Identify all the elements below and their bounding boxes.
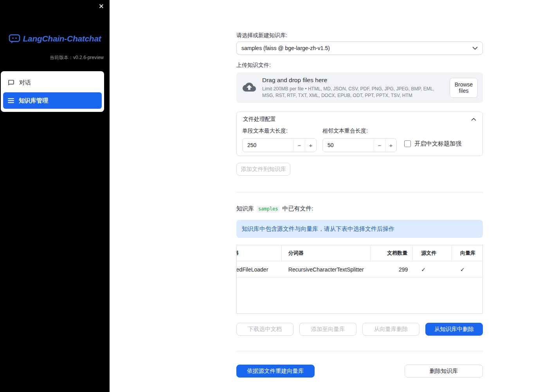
expander-header[interactable]: 文件处理配置 — [237, 112, 482, 127]
cell-source-check: ✓ — [413, 261, 452, 277]
close-icon[interactable]: ✕ — [99, 3, 104, 10]
existing-suffix: 中已有文件: — [283, 205, 313, 212]
col-header-loader: 文档加载器 — [237, 245, 282, 261]
sidebar: ✕ LangChain-Chatchat 当前版本：v0.2.6-preview… — [0, 0, 110, 392]
cell-splitter: RecursiveCharacterTextSplitter — [282, 261, 371, 277]
max-length-stepper: − + — [242, 138, 317, 152]
file-dropzone[interactable]: Drag and drop files here Limit 200MB per… — [236, 72, 483, 103]
cell-loader: UnstructuredFileLoader — [237, 261, 282, 277]
overlap-stepper: − + — [322, 138, 397, 152]
browse-files-button[interactable]: Browse files — [450, 78, 478, 98]
cell-vector-check: ✓ — [452, 261, 482, 277]
max-length-label: 单段文本最大长度: — [242, 128, 317, 135]
plus-button[interactable]: + — [305, 138, 316, 152]
kb-name-code: samples — [257, 205, 280, 212]
chat-logo-icon — [9, 34, 20, 44]
delete-from-kb-button[interactable]: 从知识库中删除 — [425, 323, 483, 336]
app-logo: LangChain-Chatchat — [4, 34, 106, 44]
add-files-button[interactable]: 添加文件到知识库 — [236, 163, 290, 176]
cloud-upload-icon — [243, 83, 256, 93]
dropzone-text: Drag and drop files here Limit 200MB per… — [262, 77, 445, 98]
existing-files-heading: 知识库 samples 中已有文件: — [236, 205, 313, 212]
plus-button[interactable]: + — [385, 138, 396, 152]
dropzone-limit-text: Limit 200MB per file • HTML, MD, JSON, C… — [262, 86, 445, 98]
main-content: 请选择或新建知识库: samples (faiss @ bge-large-zh… — [236, 0, 483, 392]
sidebar-item-chat[interactable]: 对话 — [3, 74, 102, 91]
overlap-label: 相邻文本重合长度: — [322, 128, 397, 135]
divider — [236, 351, 483, 351]
sidebar-menu: 对话 知识库管理 — [1, 71, 104, 112]
chevron-up-icon — [471, 118, 476, 121]
cell-doc-count: 299 — [371, 261, 413, 277]
info-banner: 知识库中包含源文件与向量库，请从下表中选择文件后操作 — [236, 220, 483, 238]
zh-title-checkbox[interactable] — [404, 140, 411, 147]
kb-select-value: samples (faiss @ bge-large-zh-v1.5) — [241, 45, 330, 51]
kb-select[interactable]: samples (faiss @ bge-large-zh-v1.5) — [236, 41, 483, 55]
add-to-vector-button[interactable]: 添加至向量库 — [299, 323, 356, 336]
existing-prefix: 知识库 — [236, 205, 254, 212]
col-header-source: 源文件 — [413, 245, 452, 261]
expander-title: 文件处理配置 — [243, 116, 276, 123]
chat-bubble-icon — [8, 79, 14, 86]
max-length-field-group: 单段文本最大长度: − + — [242, 128, 317, 152]
col-header-splitter: 分词器 — [282, 245, 371, 261]
sidebar-item-knowledge-base[interactable]: 知识库管理 — [3, 92, 102, 109]
overlap-input[interactable] — [323, 138, 374, 152]
delete-from-vector-button[interactable]: 从向量库删除 — [362, 323, 419, 336]
dropzone-main-text: Drag and drop files here — [262, 77, 445, 84]
file-config-expander: 文件处理配置 单段文本最大长度: − + 相邻文本重合长度: − + — [236, 111, 483, 156]
zh-title-checkbox-group: 开启中文标题加强 — [404, 140, 461, 147]
kb-select-label: 请选择或新建知识库: — [236, 32, 287, 39]
max-length-input[interactable] — [243, 138, 293, 152]
minus-button[interactable]: − — [374, 138, 385, 152]
delete-kb-button[interactable]: 删除知识库 — [405, 365, 483, 378]
rebuild-vector-store-button[interactable]: 依据源文件重建向量库 — [236, 365, 315, 378]
upload-label: 上传知识文件: — [236, 62, 271, 69]
table-header-row: 文档加载器 分词器 文档数量 源文件 向量库 — [237, 245, 482, 261]
chevron-down-icon — [472, 47, 478, 50]
table-row[interactable]: UnstructuredFileLoader RecursiveCharacte… — [237, 261, 482, 278]
list-icon — [8, 98, 14, 103]
col-header-vector: 向量库 — [452, 245, 482, 261]
app-title: LangChain-Chatchat — [23, 34, 101, 43]
sidebar-item-label: 对话 — [19, 79, 31, 86]
zh-title-label: 开启中文标题加强 — [414, 140, 461, 147]
overlap-field-group: 相邻文本重合长度: − + — [322, 128, 397, 152]
divider — [236, 192, 483, 192]
version-label: 当前版本：v0.2.6-preview — [50, 54, 104, 61]
files-table: 文档加载器 分词器 文档数量 源文件 向量库 UnstructuredFileL… — [236, 245, 483, 314]
minus-button[interactable]: − — [293, 138, 305, 152]
sidebar-item-label: 知识库管理 — [19, 97, 48, 104]
col-header-doc-count: 文档数量 — [371, 245, 413, 261]
download-selected-button[interactable]: 下载选中文档 — [236, 323, 293, 336]
info-text: 知识库中包含源文件与向量库，请从下表中选择文件后操作 — [242, 225, 394, 233]
